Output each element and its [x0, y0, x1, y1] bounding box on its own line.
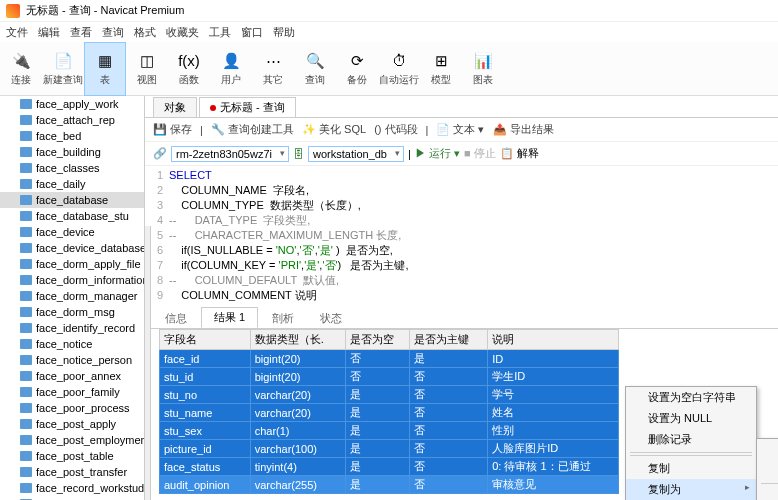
table-icon — [20, 371, 32, 381]
tree-item[interactable]: face_notice — [0, 336, 144, 352]
table-icon — [20, 339, 32, 349]
tree-item[interactable]: face_device — [0, 224, 144, 240]
tree-item[interactable]: face_post_employmen — [0, 432, 144, 448]
menu-文件[interactable]: 文件 — [6, 25, 28, 40]
ribbon-视图[interactable]: ◫视图 — [126, 42, 168, 96]
table-icon — [20, 451, 32, 461]
result-grid[interactable]: 字段名数据类型（长.是否为空是否为主键说明face_idbigint(20)否是… — [159, 329, 619, 494]
connection-select[interactable]: rm-2zetn83n05wz7i — [171, 146, 289, 162]
tree-item[interactable]: face_database_stu — [0, 208, 144, 224]
table-icon — [20, 99, 32, 109]
beautify-button[interactable]: ✨ 美化 SQL — [302, 122, 366, 137]
data-row[interactable]: stu_novarchar(20)是否学号 — [160, 386, 619, 404]
tree-item[interactable]: face_daily — [0, 176, 144, 192]
tree-item[interactable]: face_post_table — [0, 448, 144, 464]
tree-item[interactable]: face_identify_record — [0, 320, 144, 336]
tree-item[interactable]: face_building — [0, 144, 144, 160]
context-menu[interactable]: 设置为空白字符串设置为 NULL删除记录复制复制为粘贴显示 — [625, 386, 757, 500]
ctx-删除记录[interactable]: 删除记录 — [626, 429, 756, 450]
ctx-复制为[interactable]: 复制为 — [626, 479, 756, 500]
tree-item[interactable]: face_database — [0, 192, 144, 208]
tree-item[interactable]: face_repair_note — [0, 496, 144, 500]
table-icon — [20, 179, 32, 189]
menu-工具[interactable]: 工具 — [209, 25, 231, 40]
ribbon-表[interactable]: ▦表 — [84, 42, 126, 96]
tree-item[interactable]: face_poor_family — [0, 384, 144, 400]
table-icon — [20, 227, 32, 237]
ctx2-1[interactable]: Update 语句 — [757, 460, 778, 481]
window-title: 无标题 - 查询 - Navicat Premium — [26, 3, 184, 18]
tree-item[interactable]: face_post_apply — [0, 416, 144, 432]
ribbon-函数[interactable]: f(x)函数 — [168, 42, 210, 96]
data-row[interactable]: audit_opinionvarchar(255)是否审核意见 — [160, 476, 619, 494]
模型-icon: ⊞ — [431, 51, 451, 71]
data-row[interactable]: picture_idvarchar(100)是否人脸库图片ID — [160, 440, 619, 458]
tree-item[interactable]: face_record_workstudy — [0, 480, 144, 496]
tree-item[interactable]: face_attach_rep — [0, 112, 144, 128]
tree-item[interactable]: face_dorm_apply_file — [0, 256, 144, 272]
ribbon-图表[interactable]: 📊图表 — [462, 42, 504, 96]
table-icon — [20, 291, 32, 301]
ribbon-连接[interactable]: 🔌连接 — [0, 42, 42, 96]
connection-bar: 🔗 rm-2zetn83n05wz7i 🗄 workstation_db | ▶… — [145, 142, 778, 166]
tree-item[interactable]: face_classes — [0, 160, 144, 176]
document-tabs: 对象 无标题 - 查询 — [145, 96, 778, 118]
tab-query[interactable]: 无标题 - 查询 — [199, 97, 296, 117]
ribbon-模型[interactable]: ⊞模型 — [420, 42, 462, 96]
tab-status[interactable]: 状态 — [308, 309, 354, 328]
export-button[interactable]: 📤 导出结果 — [493, 122, 554, 137]
menu-帮助[interactable]: 帮助 — [273, 25, 295, 40]
tree-item[interactable]: face_device_database — [0, 240, 144, 256]
tree-item[interactable]: face_post_transfer — [0, 464, 144, 480]
ctx-设置为 NULL[interactable]: 设置为 NULL — [626, 408, 756, 429]
database-select[interactable]: workstation_db — [308, 146, 404, 162]
save-button[interactable]: 💾 保存 — [153, 122, 192, 137]
menu-收藏夹[interactable]: 收藏夹 — [166, 25, 199, 40]
stop-button[interactable]: ■ 停止 — [464, 146, 496, 161]
ctx-设置为空白字符串[interactable]: 设置为空白字符串 — [626, 387, 756, 408]
tree-item[interactable]: face_dorm_information — [0, 272, 144, 288]
text-button[interactable]: 📄 文本 ▾ — [436, 122, 484, 137]
ribbon-自动运行[interactable]: ⏱自动运行 — [378, 42, 420, 96]
builder-button[interactable]: 🔧 查询创建工具 — [211, 122, 294, 137]
run-button[interactable]: ▶ 运行 ▾ — [415, 146, 460, 161]
tree-item[interactable]: face_dorm_manager — [0, 288, 144, 304]
data-row[interactable]: face_idbigint(20)否是ID — [160, 350, 619, 368]
menu-编辑[interactable]: 编辑 — [38, 25, 60, 40]
menu-查询[interactable]: 查询 — [102, 25, 124, 40]
tab-result[interactable]: 结果 1 — [201, 307, 258, 328]
新建查询-icon: 📄 — [53, 51, 73, 71]
data-row[interactable]: stu_namevarchar(20)是否姓名 — [160, 404, 619, 422]
ribbon-用户[interactable]: 👤用户 — [210, 42, 252, 96]
tab-profile[interactable]: 剖析 — [260, 309, 306, 328]
tree-item[interactable]: face_bed — [0, 128, 144, 144]
menubar: 文件编辑查看查询格式收藏夹工具窗口帮助 — [0, 22, 778, 42]
tab-info[interactable]: 信息 — [153, 309, 199, 328]
data-row[interactable]: stu_idbigint(20)否否学生ID — [160, 368, 619, 386]
codeseg-button[interactable]: () 代码段 — [374, 122, 417, 137]
tab-objects[interactable]: 对象 — [153, 97, 197, 117]
ctx2-0[interactable]: Insert 语句 — [757, 439, 778, 460]
ctx2-2[interactable]: 制表符分隔值 (数据) — [757, 486, 778, 500]
table-icon — [20, 243, 32, 253]
ribbon-查询[interactable]: 🔍查询 — [294, 42, 336, 96]
menu-窗口[interactable]: 窗口 — [241, 25, 263, 40]
table-icon — [20, 387, 32, 397]
sql-editor[interactable]: 1SELECT2 COLUMN_NAME 字段名,3 COLUMN_TYPE 数… — [145, 166, 778, 307]
ctx-复制[interactable]: 复制 — [626, 458, 756, 479]
tree-item[interactable]: face_apply_work — [0, 96, 144, 112]
tree-item[interactable]: face_dorm_msg — [0, 304, 144, 320]
context-submenu[interactable]: Insert 语句Update 语句制表符分隔值 (数据)制表符分隔值 (字段名… — [756, 438, 778, 500]
data-row[interactable]: face_statustinyint(4)是否0: 待审核 1：已通过 — [160, 458, 619, 476]
tree-item[interactable]: face_notice_person — [0, 352, 144, 368]
ribbon-备份[interactable]: ⟳备份 — [336, 42, 378, 96]
menu-格式[interactable]: 格式 — [134, 25, 156, 40]
explain-button[interactable]: 📋 解释 — [500, 146, 539, 161]
menu-查看[interactable]: 查看 — [70, 25, 92, 40]
object-tree[interactable]: face_apply_workface_attach_repface_bedfa… — [0, 96, 145, 500]
tree-item[interactable]: face_poor_annex — [0, 368, 144, 384]
data-row[interactable]: stu_sexchar(1)是否性别 — [160, 422, 619, 440]
ribbon-其它[interactable]: ⋯其它 — [252, 42, 294, 96]
tree-item[interactable]: face_poor_process — [0, 400, 144, 416]
ribbon-新建查询[interactable]: 📄新建查询 — [42, 42, 84, 96]
